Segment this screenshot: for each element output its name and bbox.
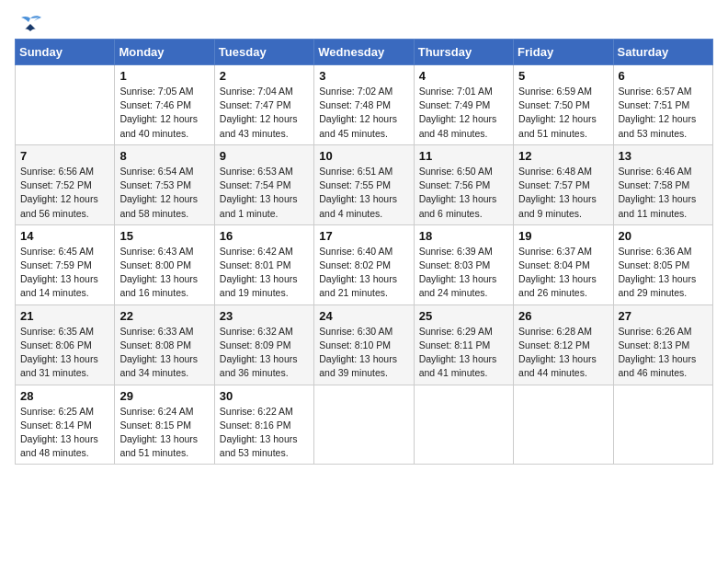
day-detail: Sunrise: 6:43 AM Sunset: 8:00 PM Dayligh… (119, 245, 209, 301)
day-detail: Sunrise: 6:29 AM Sunset: 8:11 PM Dayligh… (419, 325, 508, 381)
day-detail: Sunrise: 7:05 AM Sunset: 7:46 PM Dayligh… (119, 85, 209, 141)
day-number: 8 (119, 149, 209, 163)
day-number: 14 (20, 229, 109, 243)
calendar-cell: 16Sunrise: 6:42 AM Sunset: 8:01 PM Dayli… (214, 224, 313, 304)
column-header-sunday: Sunday (16, 40, 115, 65)
day-detail: Sunrise: 6:56 AM Sunset: 7:52 PM Dayligh… (20, 165, 109, 221)
day-detail: Sunrise: 6:35 AM Sunset: 8:06 PM Dayligh… (20, 325, 109, 381)
page-header (15, 15, 713, 31)
calendar-cell (613, 385, 712, 465)
day-number: 7 (20, 149, 109, 163)
column-header-tuesday: Tuesday (214, 40, 313, 65)
day-detail: Sunrise: 6:54 AM Sunset: 7:53 PM Dayligh… (119, 165, 209, 221)
day-number: 20 (619, 229, 708, 243)
calendar-week-4: 21Sunrise: 6:35 AM Sunset: 8:06 PM Dayli… (16, 304, 713, 385)
day-number: 27 (619, 309, 708, 323)
calendar-cell: 17Sunrise: 6:40 AM Sunset: 8:02 PM Dayli… (314, 224, 414, 304)
calendar-cell: 18Sunrise: 6:39 AM Sunset: 8:03 PM Dayli… (414, 224, 513, 304)
logo (15, 15, 43, 31)
column-header-thursday: Thursday (414, 40, 513, 65)
day-number: 26 (518, 309, 608, 323)
column-header-saturday: Saturday (613, 40, 712, 65)
day-number: 11 (419, 149, 508, 163)
day-detail: Sunrise: 6:33 AM Sunset: 8:08 PM Dayligh… (119, 325, 209, 381)
day-number: 1 (119, 69, 209, 83)
column-header-wednesday: Wednesday (314, 40, 414, 65)
calendar-cell: 10Sunrise: 6:51 AM Sunset: 7:55 PM Dayli… (314, 144, 414, 224)
day-detail: Sunrise: 6:40 AM Sunset: 8:02 PM Dayligh… (319, 245, 408, 301)
day-detail: Sunrise: 6:51 AM Sunset: 7:55 PM Dayligh… (319, 165, 408, 221)
day-detail: Sunrise: 6:30 AM Sunset: 8:10 PM Dayligh… (319, 325, 408, 381)
day-detail: Sunrise: 6:25 AM Sunset: 8:14 PM Dayligh… (20, 405, 109, 461)
calendar-cell: 19Sunrise: 6:37 AM Sunset: 8:04 PM Dayli… (514, 224, 613, 304)
calendar-cell: 22Sunrise: 6:33 AM Sunset: 8:08 PM Dayli… (115, 304, 214, 385)
calendar-week-1: 1Sunrise: 7:05 AM Sunset: 7:46 PM Daylig… (16, 65, 713, 145)
calendar-cell: 11Sunrise: 6:50 AM Sunset: 7:56 PM Dayli… (414, 144, 513, 224)
day-number: 10 (319, 149, 408, 163)
day-detail: Sunrise: 6:36 AM Sunset: 8:05 PM Dayligh… (619, 245, 708, 301)
calendar-cell: 23Sunrise: 6:32 AM Sunset: 8:09 PM Dayli… (214, 304, 313, 385)
day-number: 12 (518, 149, 608, 163)
calendar-cell: 20Sunrise: 6:36 AM Sunset: 8:05 PM Dayli… (613, 224, 712, 304)
day-detail: Sunrise: 6:45 AM Sunset: 7:59 PM Dayligh… (20, 245, 109, 301)
day-number: 17 (319, 229, 408, 243)
calendar-table: SundayMondayTuesdayWednesdayThursdayFrid… (15, 39, 713, 465)
calendar-cell: 13Sunrise: 6:46 AM Sunset: 7:58 PM Dayli… (613, 144, 712, 224)
day-number: 24 (319, 309, 408, 323)
day-number: 23 (220, 309, 309, 323)
calendar-cell: 28Sunrise: 6:25 AM Sunset: 8:14 PM Dayli… (16, 385, 115, 465)
day-number: 21 (20, 309, 109, 323)
day-number: 29 (119, 389, 209, 403)
calendar-cell: 27Sunrise: 6:26 AM Sunset: 8:13 PM Dayli… (613, 304, 712, 385)
calendar-cell: 1Sunrise: 7:05 AM Sunset: 7:46 PM Daylig… (115, 65, 214, 145)
calendar-cell (16, 65, 115, 145)
calendar-week-5: 28Sunrise: 6:25 AM Sunset: 8:14 PM Dayli… (16, 385, 713, 465)
calendar-cell: 26Sunrise: 6:28 AM Sunset: 8:12 PM Dayli… (514, 304, 613, 385)
day-number: 19 (518, 229, 608, 243)
calendar-cell: 8Sunrise: 6:54 AM Sunset: 7:53 PM Daylig… (115, 144, 214, 224)
calendar-cell: 6Sunrise: 6:57 AM Sunset: 7:51 PM Daylig… (613, 65, 712, 145)
day-number: 25 (419, 309, 508, 323)
day-number: 13 (619, 149, 708, 163)
day-number: 3 (319, 69, 408, 83)
day-number: 16 (220, 229, 309, 243)
day-number: 2 (220, 69, 309, 83)
day-detail: Sunrise: 6:42 AM Sunset: 8:01 PM Dayligh… (220, 245, 309, 301)
day-number: 15 (119, 229, 209, 243)
day-number: 30 (220, 389, 309, 403)
day-detail: Sunrise: 6:37 AM Sunset: 8:04 PM Dayligh… (518, 245, 608, 301)
calendar-cell: 7Sunrise: 6:56 AM Sunset: 7:52 PM Daylig… (16, 144, 115, 224)
day-detail: Sunrise: 6:53 AM Sunset: 7:54 PM Dayligh… (220, 165, 309, 221)
calendar-cell: 24Sunrise: 6:30 AM Sunset: 8:10 PM Dayli… (314, 304, 414, 385)
calendar-cell: 2Sunrise: 7:04 AM Sunset: 7:47 PM Daylig… (214, 65, 313, 145)
day-detail: Sunrise: 7:02 AM Sunset: 7:48 PM Dayligh… (319, 85, 408, 141)
day-detail: Sunrise: 7:01 AM Sunset: 7:49 PM Dayligh… (419, 85, 508, 141)
column-header-monday: Monday (115, 40, 214, 65)
calendar-cell: 15Sunrise: 6:43 AM Sunset: 8:00 PM Dayli… (115, 224, 214, 304)
calendar-cell: 3Sunrise: 7:02 AM Sunset: 7:48 PM Daylig… (314, 65, 414, 145)
day-detail: Sunrise: 6:28 AM Sunset: 8:12 PM Dayligh… (518, 325, 608, 381)
calendar-cell: 12Sunrise: 6:48 AM Sunset: 7:57 PM Dayli… (514, 144, 613, 224)
calendar-cell (514, 385, 613, 465)
calendar-cell: 4Sunrise: 7:01 AM Sunset: 7:49 PM Daylig… (414, 65, 513, 145)
day-detail: Sunrise: 7:04 AM Sunset: 7:47 PM Dayligh… (220, 85, 309, 141)
calendar-cell: 5Sunrise: 6:59 AM Sunset: 7:50 PM Daylig… (514, 65, 613, 145)
calendar-week-3: 14Sunrise: 6:45 AM Sunset: 7:59 PM Dayli… (16, 224, 713, 304)
day-detail: Sunrise: 6:57 AM Sunset: 7:51 PM Dayligh… (619, 85, 708, 141)
calendar-cell: 21Sunrise: 6:35 AM Sunset: 8:06 PM Dayli… (16, 304, 115, 385)
calendar-week-2: 7Sunrise: 6:56 AM Sunset: 7:52 PM Daylig… (16, 144, 713, 224)
day-detail: Sunrise: 6:50 AM Sunset: 7:56 PM Dayligh… (419, 165, 508, 221)
calendar-cell: 9Sunrise: 6:53 AM Sunset: 7:54 PM Daylig… (214, 144, 313, 224)
day-number: 5 (518, 69, 608, 83)
day-number: 4 (419, 69, 508, 83)
day-number: 18 (419, 229, 508, 243)
day-number: 28 (20, 389, 109, 403)
day-detail: Sunrise: 6:46 AM Sunset: 7:58 PM Dayligh… (619, 165, 708, 221)
calendar-cell: 14Sunrise: 6:45 AM Sunset: 7:59 PM Dayli… (16, 224, 115, 304)
day-detail: Sunrise: 6:32 AM Sunset: 8:09 PM Dayligh… (220, 325, 309, 381)
day-detail: Sunrise: 6:24 AM Sunset: 8:15 PM Dayligh… (119, 405, 209, 461)
day-detail: Sunrise: 6:22 AM Sunset: 8:16 PM Dayligh… (220, 405, 309, 461)
day-detail: Sunrise: 6:48 AM Sunset: 7:57 PM Dayligh… (518, 165, 608, 221)
calendar-cell (314, 385, 414, 465)
day-detail: Sunrise: 6:26 AM Sunset: 8:13 PM Dayligh… (619, 325, 708, 381)
